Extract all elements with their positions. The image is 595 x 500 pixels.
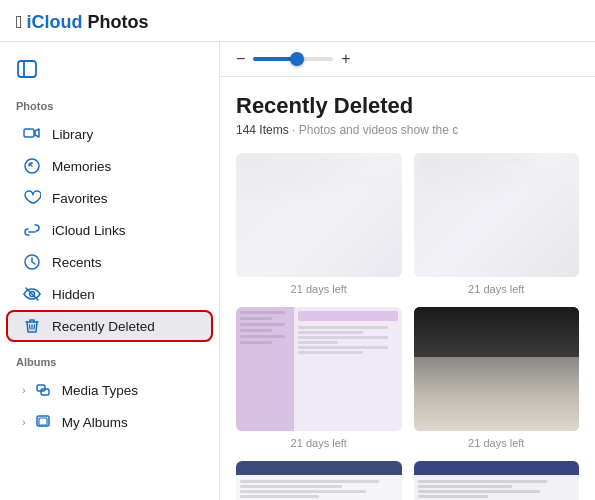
photo-thumbnail [236,461,402,500]
content-meta: 144 Items · Photos and videos show the c [236,123,579,137]
favorites-icon [22,188,42,208]
photo-item[interactable]: 21 days left [236,461,402,500]
recently-deleted-label: Recently Deleted [52,319,155,334]
svg-rect-0 [18,61,36,77]
photo-grid: 21 days left 21 days left [236,153,579,500]
zoom-plus-button[interactable]: + [341,50,350,68]
media-types-label: Media Types [62,383,138,398]
photo-item[interactable]: 21 days left [414,153,580,295]
app-title: iCloud Photos [27,12,149,33]
zoom-slider[interactable] [253,57,333,61]
sidebar-item-hidden[interactable]: Hidden [6,278,213,310]
photo-item[interactable]: 21 days left [236,307,402,449]
photos-section-label: Photos [0,96,219,118]
apple-icon:  [16,12,23,33]
content-area: − + Recently Deleted 144 Items · Photos … [220,42,595,500]
svg-line-10 [34,325,35,329]
sidebar-item-favorites[interactable]: Favorites [6,182,213,214]
memories-icon [22,156,42,176]
sidebar-item-recents[interactable]: Recents [6,246,213,278]
svg-rect-14 [39,418,47,425]
sidebar-item-my-albums[interactable]: › My Albums [6,406,213,438]
zoom-minus-button[interactable]: − [236,50,245,68]
hidden-icon [22,284,42,304]
app-header:  iCloud Photos [0,0,595,42]
photo-caption: 21 days left [291,437,347,449]
sidebar-item-memories[interactable]: Memories [6,150,213,182]
photo-thumbnail [414,153,580,277]
chevron-icon: › [22,384,26,396]
chevron-icon-2: › [22,416,26,428]
my-albums-label: My Albums [62,415,128,430]
icloud-links-icon [22,220,42,240]
media-types-icon [34,380,54,400]
content-body: Recently Deleted 144 Items · Photos and … [220,77,595,500]
photo-caption: 21 days left [291,283,347,295]
main-layout: Photos Library Memories [0,42,595,500]
photo-item[interactable]: 21 days left [414,307,580,449]
albums-section-label: Albums [0,352,219,374]
photo-thumbnail [414,461,580,500]
recents-label: Recents [52,255,102,270]
svg-line-9 [30,325,31,329]
photo-thumbnail [414,307,580,431]
meta-description: Photos and videos show the c [299,123,458,137]
photo-caption: 21 days left [468,283,524,295]
sidebar-item-recently-deleted[interactable]: Recently Deleted [6,310,213,342]
sidebar-toggle-button[interactable] [0,54,219,96]
photo-thumbnail [236,153,402,277]
content-title: Recently Deleted [236,93,579,119]
trash-icon [22,316,42,336]
toolbar: − + [220,42,595,77]
recents-icon [22,252,42,272]
photo-item[interactable]: 21 days left [236,153,402,295]
zoom-thumb [290,52,304,66]
my-albums-icon [34,412,54,432]
sidebar-item-library[interactable]: Library [6,118,213,150]
app-logo:  iCloud Photos [16,12,149,33]
photo-caption: 21 days left [468,437,524,449]
sidebar-item-icloud-links[interactable]: iCloud Links [6,214,213,246]
svg-rect-2 [24,129,34,137]
memories-label: Memories [52,159,111,174]
sidebar: Photos Library Memories [0,42,220,500]
meta-separator: · [292,123,299,137]
sidebar-item-media-types[interactable]: › Media Types [6,374,213,406]
photo-item[interactable]: 21 days left [414,461,580,500]
library-icon [22,124,42,144]
icloud-links-label: iCloud Links [52,223,126,238]
photo-thumbnail [236,307,402,431]
hidden-label: Hidden [52,287,95,302]
library-label: Library [52,127,93,142]
favorites-label: Favorites [52,191,108,206]
